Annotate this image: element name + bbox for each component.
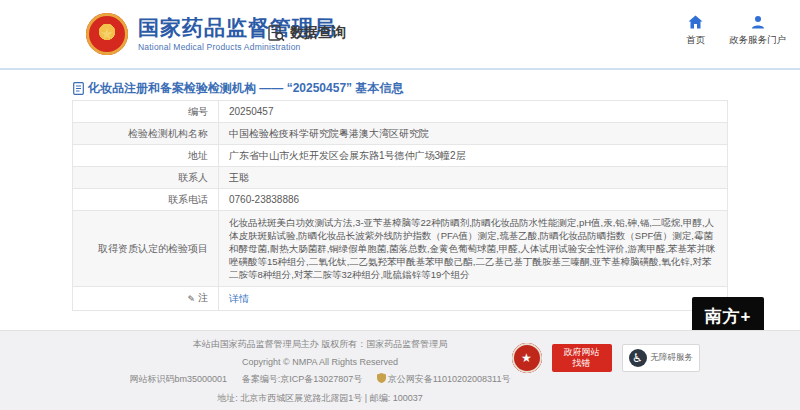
data-query-section: 数据查询 — [268, 24, 346, 42]
row-value: 中国检验检疫科学研究院粤港澳大湾区研究院 — [219, 123, 728, 145]
document-icon — [73, 82, 84, 95]
table-row-address: 地址 广东省中山市火炬开发区会展东路1号德仲广场3幢2层 — [73, 145, 728, 167]
gov-site-error-badge[interactable]: 政府网站 找错 — [552, 344, 612, 372]
nav-home[interactable]: 首页 — [686, 14, 705, 47]
row-label: 编号 — [73, 101, 219, 123]
table-row-certified-items: 取得资质认定的检验项目 化妆品祛斑美白功效测试方法,3-亚苄基樟脑等22种防晒剂… — [73, 211, 728, 287]
icp-number: 备案编号:京ICP备13027807号 — [242, 374, 363, 384]
footer-address-line: 地址: 北京市西城区展览路北露园1号 | 邮编: 100037 — [40, 392, 600, 405]
row-label: 联系电话 — [73, 189, 219, 211]
accessibility-badge[interactable]: ♿ 无障碍服务 — [622, 344, 701, 372]
table-row-contact: 联系人 王聪 — [73, 167, 728, 189]
table-row-phone: 联系电话 0760-23838886 — [73, 189, 728, 211]
row-label: ✎注 — [73, 287, 219, 311]
info-table: 编号 20250457 检验检测机构名称 中国检验检疫科学研究院粤港澳大湾区研究… — [72, 100, 728, 311]
row-label: 检验检测机构名称 — [73, 123, 219, 145]
footer-badges: ★ 政府网站 找错 ♿ 无障碍服务 — [512, 343, 701, 373]
row-label: 地址 — [73, 145, 219, 167]
page-title: 化妆品注册和备案检验检测机构 —— “20250457” 基本信息 — [73, 80, 403, 97]
row-value: 详情 — [219, 287, 728, 311]
page-title-text: 化妆品注册和备案检验检测机构 —— “20250457” 基本信息 — [88, 80, 403, 97]
report-seal-badge[interactable]: ★ — [512, 343, 542, 373]
nav-portal-label: 政务服务门户 — [729, 34, 786, 47]
site-footer: 本站由国家药品监督管理局主办 版权所有：国家药品监督管理局 Copyright … — [0, 330, 800, 410]
home-icon — [688, 14, 703, 30]
note-icon: ✎ — [187, 293, 195, 306]
document-search-icon — [268, 25, 285, 42]
row-value: 0760-23838886 — [219, 189, 728, 211]
table-row-institution: 检验检测机构名称 中国检验检疫科学研究院粤港澳大湾区研究院 — [73, 123, 728, 145]
row-label: 取得资质认定的检验项目 — [73, 211, 219, 287]
site-subtitle: National Medical Products Administration — [138, 42, 336, 52]
site-header: ★ 国家药品监督管理局 National Medical Products Ad… — [0, 0, 800, 70]
nav-portal[interactable]: 政务服务门户 — [729, 14, 786, 47]
details-link[interactable]: 详情 — [229, 293, 249, 304]
wheelchair-icon: ♿ — [629, 349, 647, 367]
row-value: 20250457 — [219, 101, 728, 123]
table-row-remark: ✎注 详情 — [73, 287, 728, 311]
row-value: 广东省中山市火炬开发区会展东路1号德仲广场3幢2层 — [219, 145, 728, 167]
accessibility-label: 无障碍服务 — [651, 352, 694, 364]
row-label: 联系人 — [73, 167, 219, 189]
gov-err-line1: 政府网站 — [564, 347, 600, 358]
nav-home-label: 首页 — [686, 34, 705, 47]
gov-err-line2: 找错 — [573, 358, 591, 369]
user-icon — [751, 14, 765, 30]
police-registration: 京公网安备11010202008311号 — [377, 374, 511, 384]
row-value: 化妆品祛斑美白功效测试方法,3-亚苄基樟脑等22种防晒剂,防晒化妆品防水性能测定… — [219, 211, 728, 287]
row-value: 王聪 — [219, 167, 728, 189]
page: ★ 国家药品监督管理局 National Medical Products Ad… — [0, 0, 800, 410]
table-row-number: 编号 20250457 — [73, 101, 728, 123]
top-nav: 首页 政务服务门户 — [686, 14, 786, 47]
site-code: 网站标识码bm35000001 — [130, 374, 228, 384]
data-query-label: 数据查询 — [290, 24, 346, 42]
police-shield-icon — [377, 373, 386, 385]
national-emblem-icon: ★ — [86, 13, 128, 55]
footer-registration-line: 网站标识码bm35000001 备案编号:京ICP备13027807号 京公网安… — [40, 373, 600, 386]
